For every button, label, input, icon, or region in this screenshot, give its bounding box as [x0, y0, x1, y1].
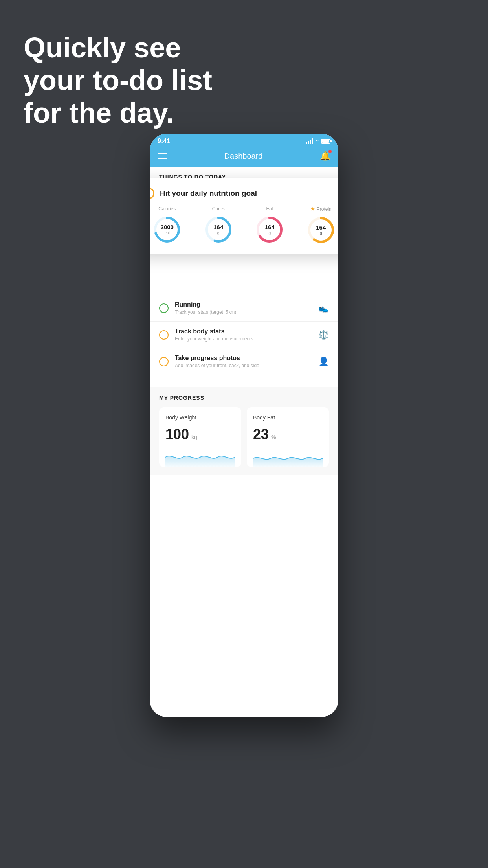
headline-line3: for the day.: [24, 97, 212, 129]
todo-list: Running Track your stats (target: 5km) 👟…: [150, 295, 338, 375]
todo-icon-2: 👤: [318, 357, 329, 367]
todo-title-2: Take progress photos: [175, 355, 312, 362]
progress-card-body-fat[interactable]: Body Fat 23 %: [247, 407, 329, 467]
nutrition-card: Hit your daily nutrition goal Calories 2…: [150, 178, 338, 254]
signal-icon: [306, 138, 313, 144]
todo-title-0: Running: [175, 301, 312, 308]
todo-title-1: Track body stats: [175, 328, 312, 335]
todo-text-1: Track body stats Enter your weight and m…: [175, 328, 312, 342]
todo-checkbox-2[interactable]: [159, 357, 169, 366]
progress-unit: %: [271, 434, 276, 440]
nav-bar: Dashboard 🔔: [150, 147, 338, 167]
todo-item-0[interactable]: Running Track your stats (target: 5km) 👟: [150, 295, 338, 322]
progress-section: MY PROGRESS Body Weight 100 kg Body: [150, 387, 338, 475]
headline-line1: Quickly see: [24, 31, 212, 64]
wifi-icon: ≈: [316, 138, 319, 144]
todo-icon-1: ⚖️: [318, 330, 329, 340]
todo-item-2[interactable]: Take progress photos Add images of your …: [150, 348, 338, 375]
notification-dot: [328, 150, 332, 153]
todo-icon-0: 👟: [318, 303, 329, 313]
donut-protein: 164 g: [306, 215, 336, 245]
progress-card-title: Body Fat: [253, 414, 323, 421]
progress-section-title: MY PROGRESS: [159, 395, 329, 401]
nutrition-stats: Calories 2000 cal Carbs 164 g Fat: [150, 206, 338, 245]
progress-cards: Body Weight 100 kg Body Fat 23 %: [159, 407, 329, 467]
donut-carbs: 164 g: [204, 215, 233, 245]
progress-unit: kg: [191, 434, 197, 440]
nutrition-item-fat: Fat 164 g: [255, 206, 284, 245]
nutrition-checkbox[interactable]: [150, 188, 154, 199]
progress-value-row: 100 kg: [165, 426, 235, 443]
nutrition-item-carbs: Carbs 164 g: [204, 206, 233, 245]
status-icons: ≈: [306, 138, 330, 144]
donut-fat: 164 g: [255, 215, 284, 245]
todo-subtitle-0: Track your stats (target: 5km): [175, 309, 312, 315]
progress-chart: [253, 447, 323, 467]
donut-calories: 2000 cal: [152, 215, 182, 245]
todo-text-2: Take progress photos Add images of your …: [175, 355, 312, 368]
progress-value: 23: [253, 426, 269, 443]
nutrition-item-protein: ★Protein 164 g: [306, 206, 336, 245]
status-time: 9:41: [158, 138, 170, 145]
progress-card-body-weight[interactable]: Body Weight 100 kg: [159, 407, 241, 467]
headline: Quickly see your to-do list for the day.: [24, 31, 212, 129]
battery-icon: [321, 139, 330, 144]
nutrition-card-title-row: Hit your daily nutrition goal: [150, 188, 338, 199]
notification-bell[interactable]: 🔔: [320, 151, 330, 161]
todo-item-1[interactable]: Track body stats Enter your weight and m…: [150, 322, 338, 348]
todo-checkbox-1[interactable]: [159, 330, 169, 340]
status-bar: 9:41 ≈: [150, 134, 338, 147]
todo-subtitle-1: Enter your weight and measurements: [175, 336, 312, 342]
todo-checkbox-0[interactable]: [159, 303, 169, 313]
progress-value-row: 23 %: [253, 426, 323, 443]
star-icon: ★: [310, 206, 315, 212]
phone-content: THINGS TO DO TODAY Hit your daily nutrit…: [150, 167, 338, 717]
progress-value: 100: [165, 426, 189, 443]
todo-subtitle-2: Add images of your front, back, and side: [175, 363, 312, 368]
nutrition-item-calories: Calories 2000 cal: [152, 206, 182, 245]
phone-mockup: 9:41 ≈ Dashboard 🔔 THINGS TO DO TODAY Hi…: [150, 134, 338, 717]
nutrition-card-title: Hit your daily nutrition goal: [160, 189, 257, 198]
headline-line2: your to-do list: [24, 64, 212, 97]
hamburger-menu[interactable]: [158, 153, 167, 159]
progress-card-title: Body Weight: [165, 414, 235, 421]
progress-chart: [165, 447, 235, 467]
nav-title: Dashboard: [224, 152, 263, 161]
todo-text-0: Running Track your stats (target: 5km): [175, 301, 312, 315]
